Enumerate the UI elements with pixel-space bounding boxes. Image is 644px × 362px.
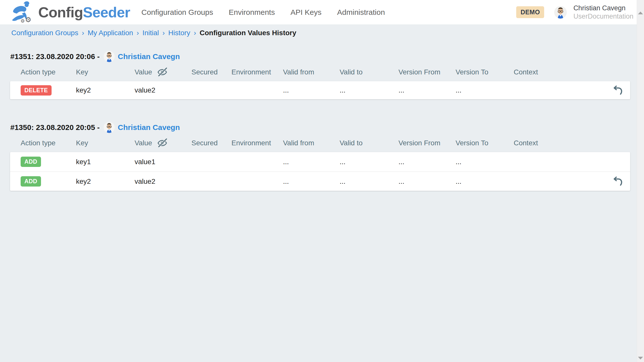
col-version-from: Version From (398, 68, 456, 76)
version-to-cell: ... (456, 177, 514, 186)
changeset-user-link[interactable]: Christian Cavegn (118, 52, 180, 61)
table-row: DELETE key2 value2 ... ... ... ... (10, 81, 630, 99)
undo-icon (613, 84, 624, 97)
configseeder-runner-logo-icon: ⚙ ⚙ (11, 1, 35, 24)
col-context: Context (514, 139, 589, 147)
changeset-table: DELETE key2 value2 ... ... ... ... (10, 81, 630, 99)
demo-badge: DEMO (516, 6, 544, 18)
col-environment: Environment (231, 68, 283, 76)
valid-to-cell: ... (340, 158, 398, 166)
breadcrumb-initial[interactable]: Initial (142, 29, 159, 37)
changeset-title: #1351: 23.08.2020 20:06 - (10, 52, 100, 61)
changeset-heading: #1350: 23.08.2020 20:05 - Christian Cave… (10, 122, 644, 133)
breadcrumb-history[interactable]: History (168, 29, 190, 37)
valid-from-cell: ... (283, 86, 340, 94)
changeset-user-avatar (104, 122, 115, 133)
user-tenant: UserDocumentation (573, 12, 633, 21)
col-key: Key (76, 68, 135, 76)
nav-environments[interactable]: Environments (229, 8, 275, 17)
key-cell: key1 (76, 158, 135, 166)
col-value: Value (135, 67, 191, 77)
breadcrumb-configuration-groups[interactable]: Configuration Groups (11, 29, 78, 37)
nav-api-keys[interactable]: API Keys (291, 8, 321, 17)
breadcrumb-my-application[interactable]: My Application (88, 29, 133, 37)
breadcrumb-separator-icon: › (137, 29, 139, 37)
col-valid-to: Valid to (340, 68, 398, 76)
action-type-badge: DELETE (21, 85, 52, 96)
page-title: Configuration Values History (200, 29, 296, 37)
action-type-badge: ADD (21, 176, 41, 187)
version-from-cell: ... (398, 177, 456, 186)
changeset-title: #1350: 23.08.2020 20:05 - (10, 123, 100, 132)
undo-icon (613, 175, 624, 188)
col-version-from: Version From (398, 139, 456, 147)
version-from-cell: ... (398, 158, 456, 166)
top-right-area: DEMO Christian Cavegn UserDocumentation (516, 4, 633, 21)
top-bar: ⚙ ⚙ ConfigSeeder Configuration Groups En… (0, 0, 644, 24)
changeset-user-link[interactable]: Christian Cavegn (118, 123, 180, 132)
col-secured: Secured (191, 68, 231, 76)
col-valid-from: Valid from (283, 139, 340, 147)
user-avatar[interactable] (554, 6, 567, 19)
breadcrumb-separator-icon: › (163, 29, 165, 37)
breadcrumb: Configuration Groups › My Application › … (11, 28, 644, 37)
eye-slash-icon[interactable] (157, 67, 167, 77)
col-version-to: Version To (456, 139, 514, 147)
col-environment: Environment (231, 139, 283, 147)
svg-text:⚙: ⚙ (25, 16, 31, 23)
version-from-cell: ... (398, 86, 456, 94)
nav-administration[interactable]: Administration (337, 8, 385, 17)
col-key: Key (76, 139, 135, 147)
nav-configuration-groups[interactable]: Configuration Groups (141, 8, 213, 17)
key-cell: key2 (76, 86, 135, 94)
col-version-to: Version To (456, 68, 514, 76)
action-type-badge: ADD (21, 157, 41, 167)
col-action-type: Action type (21, 68, 76, 76)
valid-to-cell: ... (340, 177, 398, 186)
main-nav: Configuration Groups Environments API Ke… (141, 8, 385, 17)
brand-logo[interactable]: ⚙ ⚙ ConfigSeeder (11, 1, 130, 24)
col-valid-to: Valid to (340, 139, 398, 147)
value-cell: value2 (135, 177, 191, 186)
user-name: Christian Cavegn (573, 4, 633, 12)
value-cell: value1 (135, 158, 191, 166)
valid-to-cell: ... (340, 86, 398, 94)
valid-from-cell: ... (283, 158, 340, 166)
table-header: Action type Key Value Secured Environmen… (10, 138, 630, 148)
undo-button[interactable] (613, 84, 624, 97)
svg-text:⚙: ⚙ (20, 18, 25, 23)
vertical-scrollbar[interactable] (637, 0, 644, 362)
value-cell: value2 (135, 86, 191, 94)
user-menu[interactable]: Christian Cavegn UserDocumentation (573, 4, 633, 21)
eye-slash-icon[interactable] (157, 138, 167, 148)
changeset-heading: #1351: 23.08.2020 20:06 - Christian Cave… (10, 51, 644, 62)
valid-from-cell: ... (283, 177, 340, 186)
scroll-down-arrow-icon[interactable] (638, 357, 643, 359)
breadcrumb-separator-icon: › (82, 29, 84, 37)
breadcrumb-separator-icon: › (194, 29, 196, 37)
col-valid-from: Valid from (283, 68, 340, 76)
table-row: ADD key2 value2 ... ... ... ... (10, 171, 630, 191)
version-to-cell: ... (456, 158, 514, 166)
version-to-cell: ... (456, 86, 514, 94)
changeset-table: ADD key1 value1 ... ... ... ... ADD key2… (10, 152, 630, 191)
col-secured: Secured (191, 139, 231, 147)
scroll-up-arrow-icon[interactable] (638, 12, 643, 14)
col-action-type: Action type (21, 139, 76, 147)
col-value: Value (135, 138, 191, 148)
table-row: ADD key1 value1 ... ... ... ... (10, 152, 630, 171)
undo-button[interactable] (613, 175, 624, 188)
col-context: Context (514, 68, 589, 76)
table-header: Action type Key Value Secured Environmen… (10, 67, 630, 77)
changeset-user-avatar (104, 51, 115, 62)
key-cell: key2 (76, 177, 135, 186)
brand-title: ConfigSeeder (38, 4, 130, 21)
